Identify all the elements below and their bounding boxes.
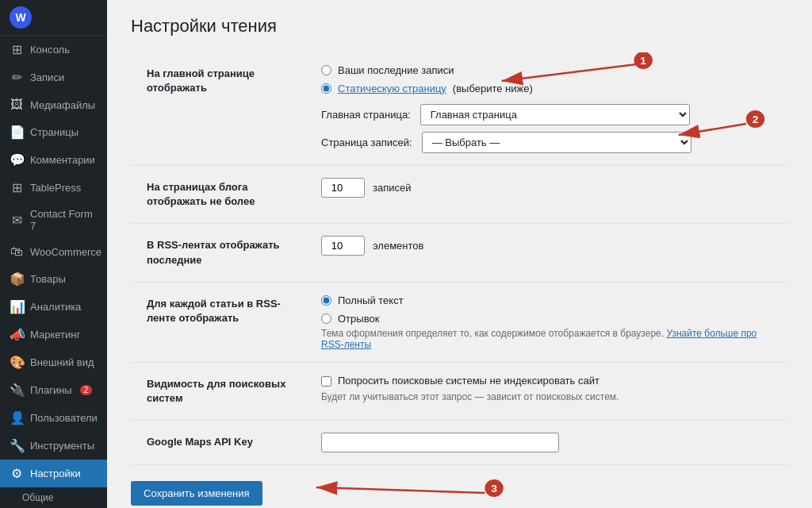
sidebar: W ⊞ Консоль ✏ Записи 🖼 Медиафайлы 📄 Стра… bbox=[0, 0, 107, 508]
analytics-icon: 📊 bbox=[10, 299, 24, 314]
front-page-select[interactable]: Главная страница bbox=[420, 104, 690, 125]
sidebar-item-settings[interactable]: ⚙ Настройки bbox=[0, 460, 107, 487]
search-noindex-input[interactable] bbox=[321, 376, 331, 387]
rss-display-label: Для каждой статьи в RSS-ленте отображать bbox=[131, 283, 305, 340]
woo-icon: 🛍 bbox=[10, 244, 24, 259]
pages-icon: 📄 bbox=[10, 125, 24, 140]
radio-static-note: (выберите ниже) bbox=[453, 83, 533, 94]
sidebar-item-users[interactable]: 👤 Пользователи bbox=[0, 404, 107, 432]
front-page-control: Ваши последние записи Статическую страни… bbox=[305, 52, 788, 165]
blog-posts-input[interactable] bbox=[321, 178, 365, 198]
posts-page-select-row: Страница записей: — Выбрать — bbox=[321, 132, 772, 153]
radio-latest-posts[interactable]: Ваши последние записи bbox=[321, 64, 772, 76]
sidebar-label-settings: Настройки bbox=[30, 468, 81, 479]
sidebar-item-pages[interactable]: 📄 Страницы bbox=[0, 118, 107, 146]
radio-static-input[interactable] bbox=[321, 83, 331, 94]
rss-excerpt-option[interactable]: Отрывок bbox=[321, 313, 772, 325]
gmaps-label: Google Maps API Key bbox=[131, 421, 305, 464]
posts-page-select-label: Страница записей: bbox=[321, 137, 412, 148]
sidebar-label-posts: Записи bbox=[30, 71, 64, 83]
sidebar-item-marketing[interactable]: 📣 Маркетинг bbox=[0, 321, 107, 348]
main-content: Настройки чтения bbox=[107, 0, 812, 508]
sidebar-label-media: Медиафайлы bbox=[30, 99, 95, 111]
front-page-select-row: Главная страница: Главная страница bbox=[321, 104, 772, 125]
rss-full-label: Полный текст bbox=[338, 294, 404, 306]
rss-posts-control: элементов bbox=[305, 224, 788, 267]
sidebar-item-tools[interactable]: 🔧 Инструменты bbox=[0, 432, 107, 460]
rss-excerpt-label: Отрывок bbox=[338, 313, 379, 325]
sidebar-logo: W bbox=[0, 0, 107, 36]
media-icon: 🖼 bbox=[10, 98, 24, 112]
radio-static-label[interactable]: Статическую страницу bbox=[338, 83, 446, 94]
gmaps-control bbox=[305, 421, 788, 464]
rss-posts-unit: элементов bbox=[373, 240, 423, 252]
save-button[interactable]: Сохранить изменения bbox=[131, 481, 262, 506]
blog-posts-unit: записей bbox=[373, 182, 411, 194]
comments-icon: 💬 bbox=[10, 152, 24, 167]
blog-posts-label: На страницах блога отображать не более bbox=[131, 166, 305, 223]
front-page-row: На главной странице отображать Ваши посл… bbox=[131, 52, 788, 166]
blog-posts-number-row: записей bbox=[321, 178, 772, 198]
sidebar-item-plugins[interactable]: 🔌 Плагины 2 bbox=[0, 376, 107, 404]
settings-icon: ⚙ bbox=[10, 466, 24, 481]
sidebar-item-woo[interactable]: 🛍 WooCommerce bbox=[0, 238, 107, 265]
products-icon: 📦 bbox=[10, 271, 24, 287]
sidebar-item-products[interactable]: 📦 Товары bbox=[0, 265, 107, 293]
rss-display-control: Полный текст Отрывок Тема оформления опр… bbox=[305, 283, 788, 362]
cf7-icon: ✉ bbox=[10, 213, 24, 228]
sidebar-label-analytics: Аналитика bbox=[30, 301, 81, 313]
sidebar-label-tablepress: TablePress bbox=[30, 182, 81, 194]
rss-full-text-option[interactable]: Полный текст bbox=[321, 294, 772, 306]
rss-full-input[interactable] bbox=[321, 295, 331, 306]
rss-excerpt-input[interactable] bbox=[321, 314, 331, 324]
posts-icon: ✏ bbox=[10, 70, 24, 85]
sidebar-item-analytics[interactable]: 📊 Аналитика bbox=[0, 293, 107, 321]
appearance-icon: 🎨 bbox=[10, 355, 24, 370]
sidebar-item-posts[interactable]: ✏ Записи bbox=[0, 64, 107, 91]
posts-page-select[interactable]: — Выбрать — bbox=[422, 132, 691, 153]
gmaps-row: Google Maps API Key bbox=[131, 421, 788, 465]
rss-posts-input[interactable] bbox=[321, 236, 365, 256]
search-visibility-row: Видимость для поисковых систем Попросить… bbox=[131, 363, 788, 421]
blog-posts-row: На страницах блога отображать не более з… bbox=[131, 166, 788, 224]
front-page-radio-group: Ваши последние записи Статическую страни… bbox=[321, 64, 772, 94]
sidebar-label-tools: Инструменты bbox=[30, 440, 94, 452]
page-title: Настройки чтения bbox=[131, 16, 788, 37]
rss-format-radio-group: Полный текст Отрывок bbox=[321, 294, 772, 325]
sidebar-label-console: Консоль bbox=[30, 44, 70, 56]
rss-display-row: Для каждой статьи в RSS-ленте отображать… bbox=[131, 283, 788, 363]
rss-theme-note: Тема оформления определяет то, как содер… bbox=[321, 328, 772, 350]
sidebar-label-comments: Комментарии bbox=[30, 154, 95, 166]
sidebar-label-marketing: Маркетинг bbox=[30, 329, 80, 341]
front-page-label: На главной странице отображать bbox=[131, 52, 305, 110]
console-icon: ⊞ bbox=[10, 42, 24, 57]
svg-line-9 bbox=[316, 487, 485, 493]
sidebar-label-cf7: Contact Form 7 bbox=[30, 208, 98, 232]
rss-note-text: Тема оформления определяет то, как содер… bbox=[321, 328, 664, 339]
rss-posts-label: В RSS-лентах отображать последние bbox=[131, 224, 305, 281]
gmaps-input[interactable] bbox=[321, 433, 559, 452]
sidebar-label-users: Пользователи bbox=[30, 412, 98, 424]
sidebar-item-cf7[interactable]: ✉ Contact Form 7 bbox=[0, 202, 107, 238]
marketing-icon: 📣 bbox=[10, 327, 24, 342]
svg-point-10 bbox=[485, 479, 503, 497]
settings-submenu: Общие Написание Чтение Обсуждение Медиаф… bbox=[0, 487, 107, 508]
front-page-select-label: Главная страница: bbox=[321, 109, 411, 121]
wp-logo-icon: W bbox=[10, 6, 32, 29]
tablepress-icon: ⊞ bbox=[10, 180, 24, 195]
search-note: Будет ли учитываться этот запрос — завис… bbox=[321, 391, 772, 402]
rss-posts-row: В RSS-лентах отображать последние элемен… bbox=[131, 224, 788, 282]
sidebar-item-console[interactable]: ⊞ Консоль bbox=[0, 36, 107, 64]
blog-posts-control: записей bbox=[305, 166, 788, 210]
sidebar-item-media[interactable]: 🖼 Медиафайлы bbox=[0, 91, 107, 118]
search-noindex-option[interactable]: Попросить поисковые системы не индексиро… bbox=[321, 375, 772, 387]
radio-static-page[interactable]: Статическую страницу (выберите ниже) bbox=[321, 83, 772, 94]
radio-posts-input[interactable] bbox=[321, 65, 331, 75]
sidebar-item-appearance[interactable]: 🎨 Внешний вид bbox=[0, 348, 107, 376]
submenu-general[interactable]: Общие bbox=[0, 487, 107, 508]
search-visibility-label: Видимость для поисковых систем bbox=[131, 363, 305, 420]
radio-posts-label: Ваши последние записи bbox=[338, 64, 454, 76]
sidebar-item-comments[interactable]: 💬 Комментарии bbox=[0, 146, 107, 174]
sidebar-item-tablepress[interactable]: ⊞ TablePress bbox=[0, 174, 107, 202]
rss-posts-number-row: элементов bbox=[321, 236, 772, 256]
